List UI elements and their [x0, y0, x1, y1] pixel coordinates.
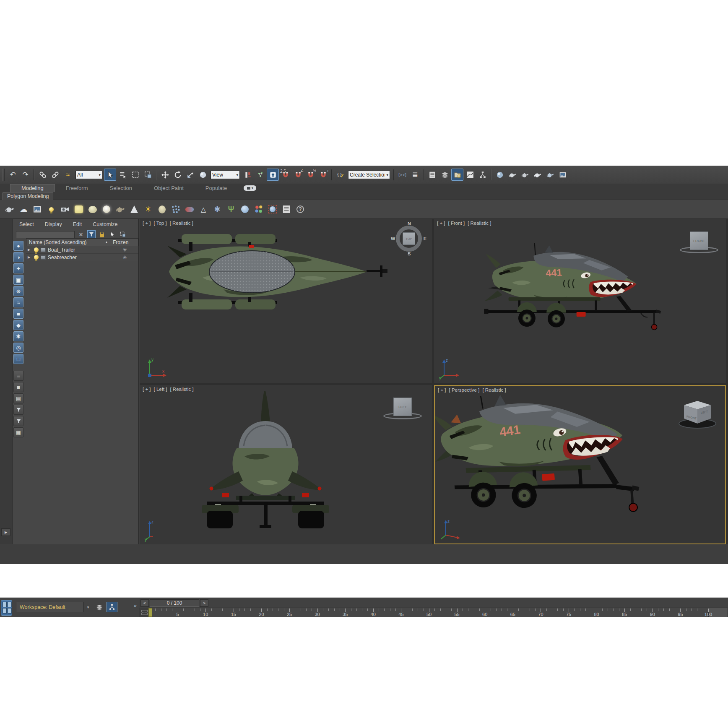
ribbon-minimize-button[interactable]: ▾ [244, 185, 256, 191]
filter-xrefs-icon[interactable]: ◆ [13, 320, 23, 330]
select-object-button[interactable] [104, 169, 116, 181]
display-block-icon[interactable]: ■ [13, 382, 23, 392]
viewcube[interactable]: FRONT [679, 228, 719, 257]
notes-icon[interactable] [281, 204, 292, 215]
sphere-icon[interactable] [239, 204, 250, 215]
clear-search-button[interactable]: ✕ [77, 230, 85, 239]
toggle-layer-explorer-button[interactable] [426, 169, 438, 181]
selection-lock-hierarchy-button[interactable] [107, 602, 117, 612]
previous-frame-button[interactable]: < [140, 599, 149, 607]
next-frame-button[interactable]: > [200, 599, 208, 607]
selection-region-button[interactable] [129, 169, 141, 181]
spinner-snap-button[interactable]: ↕ [317, 169, 329, 181]
foliage-icon[interactable]: ✱ [212, 204, 223, 215]
render-setup-button[interactable] [506, 169, 518, 181]
select-and-rotate-button[interactable] [172, 169, 184, 181]
box-primitive-icon[interactable] [73, 204, 84, 215]
filter-groups-icon[interactable]: ■ [13, 309, 23, 319]
tab-object-paint[interactable]: Object Paint [143, 185, 195, 192]
search-input[interactable] [16, 231, 75, 238]
lock-explorer-button[interactable] [98, 230, 106, 239]
tower-icon[interactable]: △ [198, 204, 209, 215]
viewport-menu-plus[interactable]: [ + ] [143, 221, 151, 226]
filter-funnel-icon[interactable] [13, 405, 23, 415]
light-icon[interactable] [46, 204, 57, 215]
teapot-icon[interactable] [4, 204, 15, 215]
menu-customize[interactable]: Customize [93, 221, 117, 227]
workspace-dropdown-arrow[interactable]: ▾ [85, 602, 91, 612]
select-and-place-button[interactable] [197, 169, 209, 181]
mirror-button[interactable]: ▷◁ [396, 169, 408, 181]
time-slider-handle[interactable] [148, 608, 152, 617]
render-production-button[interactable] [531, 169, 543, 181]
percent-snap-button[interactable]: % [304, 169, 317, 181]
graphite-ribbon-button[interactable] [439, 169, 451, 181]
expand-arrow-icon[interactable]: ▶ [28, 255, 32, 259]
keyboard-override-button[interactable] [267, 169, 279, 181]
select-by-name-button[interactable] [117, 169, 129, 181]
object-name[interactable]: Boat_Trailer [48, 247, 75, 253]
seabreacher-rear[interactable] [202, 391, 329, 528]
viewport-top[interactable]: [ + ] [ Top ] [ Realistic ] TOP N S W E [140, 219, 432, 383]
object-name[interactable]: Seabreacher [48, 255, 77, 260]
table-row[interactable]: ▶ Boat_Trailer ✳ [26, 246, 138, 254]
mini-curve-editor-button[interactable] [139, 608, 149, 617]
column-header-frozen[interactable]: Frozen [110, 239, 138, 246]
viewport-menu-view[interactable]: [ Front ] [448, 221, 465, 226]
material-editor-button[interactable] [494, 169, 506, 181]
capsule-icon[interactable] [184, 204, 195, 215]
viewport-left[interactable]: [ + ] [ Left ] [ Realistic ] LEFT [140, 385, 432, 544]
archive-icon[interactable]: ▦ [13, 427, 23, 437]
viewcube-front-face[interactable]: FRONT [690, 231, 708, 250]
menu-select[interactable]: Select [19, 221, 34, 227]
use-pivot-center-button[interactable] [242, 169, 254, 181]
table-row[interactable]: ▶ Seabreacher ✳ [26, 254, 138, 261]
cone-icon[interactable] [129, 204, 140, 215]
filter-geometry-icon[interactable]: ● [13, 241, 23, 251]
rendered-frame-window-button[interactable] [519, 169, 531, 181]
select-and-scale-button[interactable] [184, 169, 196, 181]
frame-counter[interactable]: 0 / 100 [150, 599, 199, 607]
filter-shapes-icon[interactable]: ◑ [13, 252, 23, 262]
pick-container-button[interactable] [119, 230, 127, 239]
angle-snap-button[interactable]: ∠ [292, 169, 304, 181]
redo-button[interactable]: ↷ [19, 169, 31, 181]
window-crossing-button[interactable] [142, 169, 154, 181]
color-dots-icon[interactable] [253, 204, 264, 215]
viewport-perspective[interactable]: [ + ] [ Perspective ] [ Realistic ] FRON… [434, 385, 726, 544]
add-to-selection-button[interactable] [108, 230, 117, 239]
expand-arrow-icon[interactable]: ▶ [28, 248, 32, 252]
viewport-menu-plus[interactable]: [ + ] [437, 221, 445, 226]
filter-containers-icon[interactable]: ◎ [13, 343, 23, 353]
egg-icon[interactable] [156, 204, 167, 215]
display-list-icon[interactable]: ≡ [13, 371, 23, 381]
select-and-manipulate-button[interactable] [254, 169, 266, 181]
curve-editor-button[interactable] [464, 169, 476, 181]
selection-filter-dropdown[interactable]: All ▾ [75, 171, 102, 179]
viewcube-compass[interactable]: TOP N S W E [393, 222, 425, 255]
tab-freeform[interactable]: Freeform [55, 185, 99, 192]
glow-sphere-icon[interactable] [101, 204, 112, 215]
viewport-menu-plus[interactable]: [ + ] [438, 387, 446, 393]
blob-primitive-icon[interactable] [87, 204, 98, 215]
seabreacher-with-trailer[interactable]: 441 [484, 243, 661, 330]
viewport-menu-view[interactable]: [ Perspective ] [449, 387, 480, 393]
viewport-menu-view[interactable]: [ Top ] [154, 221, 167, 226]
viewport-menu-plus[interactable]: [ + ] [143, 387, 151, 392]
scatter-icon[interactable] [170, 204, 181, 215]
bind-to-spacewarp-button[interactable]: ≈ [62, 169, 74, 181]
column-header-name[interactable]: Name (Sorted Ascending) ▲ [26, 239, 110, 246]
seabreacher-top-view[interactable] [140, 219, 432, 383]
sun-light-icon[interactable]: ☀ [143, 204, 153, 215]
render-preview-button[interactable] [556, 169, 569, 181]
grass-icon[interactable]: Ψ [226, 204, 237, 215]
filter-toggle-button[interactable] [87, 230, 96, 239]
viewport-menu-shading[interactable]: [ Realistic ] [170, 221, 193, 226]
select-sphere-icon[interactable] [267, 204, 278, 215]
toolbar-grip[interactable] [3, 169, 5, 181]
compass-east[interactable]: E [424, 236, 426, 241]
filter-advanced-icon[interactable] [13, 416, 23, 426]
viewcube-top-face[interactable]: TOP [403, 232, 415, 245]
toolbar-overflow-button[interactable]: » [134, 602, 137, 608]
filter-bones-icon[interactable]: ✱ [13, 331, 23, 341]
